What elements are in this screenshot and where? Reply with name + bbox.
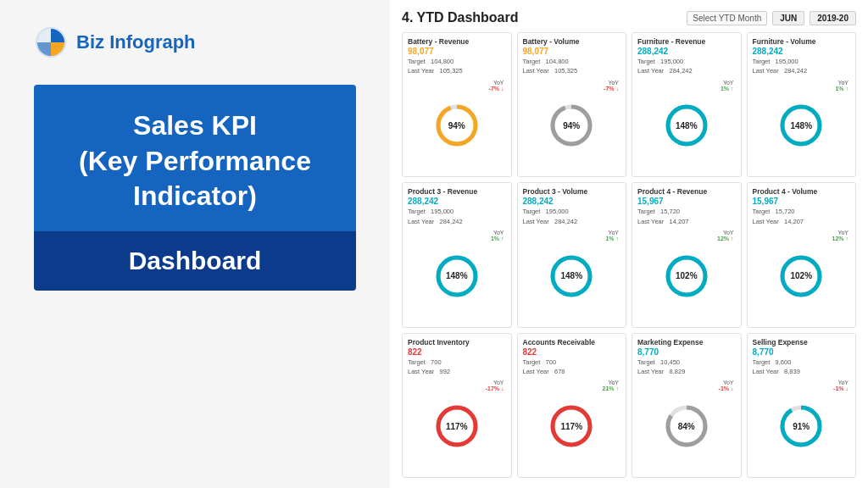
donut-wrap: 84% bbox=[662, 402, 711, 451]
kpi-chart-area: YoY12% ↑ 102% bbox=[637, 228, 736, 324]
donut-label: 102% bbox=[676, 271, 698, 280]
kpi-chart-area: YoY-7% ↓ 94% bbox=[408, 78, 506, 175]
donut-label: 148% bbox=[790, 121, 812, 130]
kpi-name: Selling Expense bbox=[753, 338, 851, 347]
yoy-badge: YoY12% ↑ bbox=[717, 230, 733, 241]
kpi-meta: Target 700 Last Year 678 bbox=[523, 358, 621, 377]
kpi-chart-area: YoY-7% ↓ 94% bbox=[523, 78, 621, 175]
donut-wrap: 148% bbox=[432, 252, 481, 301]
kpi-meta: Target 195,000 Last Year 284,242 bbox=[408, 207, 506, 226]
donut-wrap: 148% bbox=[776, 101, 826, 150]
donut-wrap: 94% bbox=[547, 101, 596, 150]
kpi-meta: Target 15,720 Last Year 14,207 bbox=[637, 207, 736, 226]
kpi-value: 822 bbox=[523, 347, 621, 357]
yoy-badge: YoY1% ↑ bbox=[491, 230, 504, 241]
donut-label: 84% bbox=[678, 422, 695, 431]
kpi-card: Battery - Revenue 98,077 Target 104,800 … bbox=[402, 32, 512, 177]
kpi-card: Furniture - Revenue 288,242 Target 195,0… bbox=[632, 32, 742, 177]
yoy-badge: YoY-17% ↓ bbox=[486, 380, 504, 391]
yoy-badge: YoY-7% ↓ bbox=[489, 80, 504, 92]
kpi-chart-area: YoY-17% ↓ 117% bbox=[408, 378, 506, 474]
kpi-name: Marketing Expense bbox=[637, 338, 736, 347]
kpi-meta: Target 104,800 Last Year 105,325 bbox=[523, 57, 621, 76]
kpi-name: Furniture - Volume bbox=[753, 37, 851, 46]
yoy-badge: YoY1% ↑ bbox=[605, 230, 619, 241]
kpi-meta: Target 15,720 Last Year 14,207 bbox=[753, 207, 851, 226]
kpi-card: Product 4 - Revenue 15,967 Target 15,720… bbox=[632, 182, 742, 327]
kpi-value: 288,242 bbox=[408, 197, 506, 206]
kpi-meta: Target 10,450 Last Year 8,829 bbox=[637, 358, 736, 377]
kpi-grid: Battery - Revenue 98,077 Target 104,800 … bbox=[402, 32, 856, 478]
donut-wrap: 148% bbox=[662, 101, 711, 150]
yoy-badge: YoY1% ↑ bbox=[721, 80, 734, 92]
kpi-card: Product Inventory 822 Target 700 Last Ye… bbox=[402, 333, 512, 478]
kpi-value: 98,077 bbox=[523, 47, 621, 56]
kpi-card: Marketing Expense 8,770 Target 10,450 La… bbox=[632, 333, 742, 478]
kpi-value: 8,770 bbox=[753, 347, 851, 357]
kpi-value: 15,967 bbox=[753, 197, 851, 206]
kpi-name: Furniture - Revenue bbox=[637, 37, 736, 46]
subtitle-box: Dashboard bbox=[34, 231, 356, 291]
kpi-meta: Target 104,800 Last Year 105,325 bbox=[408, 57, 506, 76]
kpi-name: Product 4 - Volume bbox=[753, 187, 851, 196]
kpi-meta: Target 195,000 Last Year 284,242 bbox=[753, 57, 851, 76]
kpi-card: Selling Expense 8,770 Target 9,600 Last … bbox=[747, 333, 857, 478]
donut-wrap: 94% bbox=[432, 101, 481, 150]
header-controls: Select YTD Month JUN 2019-20 bbox=[687, 11, 856, 25]
right-panel: 4. YTD Dashboard Select YTD Month JUN 20… bbox=[390, 0, 868, 488]
title-box: Sales KPI (Key Performance Indicator) bbox=[34, 85, 356, 231]
kpi-name: Product Inventory bbox=[408, 338, 506, 347]
yoy-badge: YoY1% ↑ bbox=[835, 80, 849, 92]
dashboard-header: 4. YTD Dashboard Select YTD Month JUN 20… bbox=[402, 10, 856, 25]
kpi-meta: Target 9,600 Last Year 8,839 bbox=[753, 358, 851, 377]
donut-wrap: 117% bbox=[547, 402, 596, 451]
kpi-name: Product 4 - Revenue bbox=[637, 187, 736, 196]
yoy-badge: YoY-1% ↓ bbox=[719, 380, 734, 391]
donut-label: 117% bbox=[560, 422, 582, 431]
donut-wrap: 148% bbox=[547, 252, 596, 301]
kpi-name: Product 3 - Volume bbox=[523, 187, 621, 196]
donut-label: 91% bbox=[793, 422, 810, 431]
kpi-chart-area: YoY1% ↑ 148% bbox=[637, 78, 736, 175]
logo-icon bbox=[34, 25, 68, 59]
kpi-name: Product 3 - Revenue bbox=[408, 187, 506, 196]
kpi-meta: Target 700 Last Year 992 bbox=[408, 358, 506, 377]
dashboard-title: 4. YTD Dashboard bbox=[402, 10, 519, 25]
kpi-card: Accounts Receivable 822 Target 700 Last … bbox=[517, 333, 627, 478]
kpi-value: 15,967 bbox=[637, 197, 736, 206]
donut-label: 102% bbox=[790, 271, 812, 280]
kpi-meta: Target 195,000 Last Year 284,242 bbox=[637, 57, 736, 76]
kpi-chart-area: YoY1% ↑ 148% bbox=[753, 78, 851, 175]
kpi-chart-area: YoY21% ↑ 117% bbox=[523, 378, 621, 474]
kpi-name: Battery - Volume bbox=[523, 37, 621, 46]
kpi-chart-area: YoY12% ↑ 102% bbox=[753, 228, 851, 324]
donut-wrap: 91% bbox=[776, 402, 826, 451]
kpi-value: 288,242 bbox=[637, 47, 736, 56]
yoy-badge: YoY-1% ↓ bbox=[833, 380, 849, 391]
kpi-chart-area: YoY1% ↑ 148% bbox=[523, 228, 621, 324]
yoy-badge: YoY21% ↑ bbox=[603, 380, 619, 391]
logo-text: Biz Infograph bbox=[76, 31, 196, 53]
kpi-chart-area: YoY1% ↑ 148% bbox=[408, 228, 506, 324]
kpi-meta: Target 195,000 Last Year 284,242 bbox=[523, 207, 621, 226]
donut-label: 94% bbox=[563, 121, 580, 130]
kpi-name: Accounts Receivable bbox=[523, 338, 621, 347]
kpi-value: 288,242 bbox=[753, 47, 851, 56]
kpi-value: 822 bbox=[408, 347, 506, 357]
donut-label: 148% bbox=[560, 271, 582, 280]
ytd-year-value[interactable]: 2019-20 bbox=[810, 11, 856, 25]
left-panel: Biz Infograph Sales KPI (Key Performance… bbox=[0, 0, 390, 488]
ytd-month-value[interactable]: JUN bbox=[772, 11, 804, 25]
kpi-chart-area: YoY-1% ↓ 91% bbox=[753, 378, 851, 474]
donut-label: 148% bbox=[676, 121, 698, 130]
ytd-month-label[interactable]: Select YTD Month bbox=[687, 11, 767, 25]
kpi-card: Battery - Volume 98,077 Target 104,800 L… bbox=[517, 32, 627, 177]
donut-label: 94% bbox=[448, 121, 465, 130]
logo-area: Biz Infograph bbox=[34, 25, 196, 59]
kpi-value: 288,242 bbox=[523, 197, 621, 206]
kpi-chart-area: YoY-1% ↓ 84% bbox=[637, 378, 736, 474]
kpi-value: 8,770 bbox=[637, 347, 736, 357]
kpi-value: 98,077 bbox=[408, 47, 506, 56]
donut-wrap: 102% bbox=[776, 252, 826, 301]
yoy-badge: YoY-7% ↓ bbox=[604, 80, 619, 92]
